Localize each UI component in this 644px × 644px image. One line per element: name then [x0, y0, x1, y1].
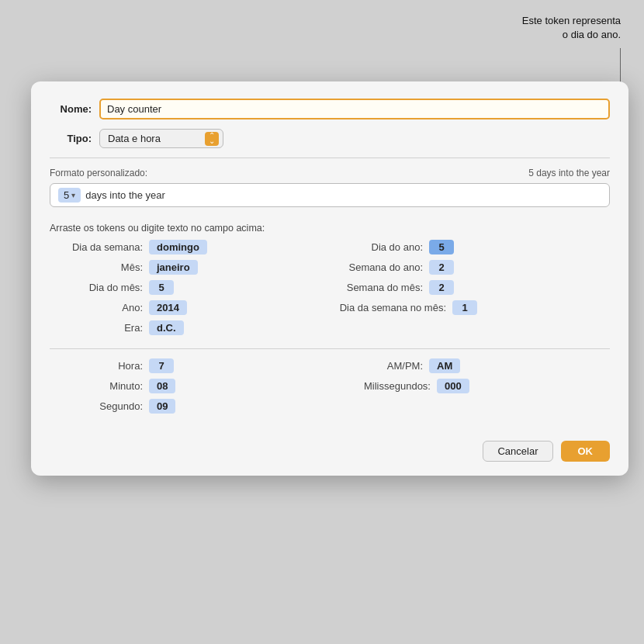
tokens-time-section: Hora: 7 Minuto: 08 Segundo: 09 AM/PM: AM: [50, 358, 610, 419]
token-row-dia-semana: Dia da semana: domingo: [50, 240, 330, 254]
token-row-hora: Hora: 7: [50, 358, 330, 373]
section-divider: [50, 348, 610, 349]
tipo-row: Tipo: Data e hora Data Hora: [50, 129, 610, 148]
dia-semana-label: Dia da semana:: [50, 241, 143, 253]
token-row-semana-ano: Semana do ano: 2: [330, 260, 610, 275]
dia-mes-value[interactable]: 5: [149, 280, 174, 295]
token-row-mes: Mês: janeiro: [50, 260, 330, 275]
token-row-segundo: Segundo: 09: [50, 399, 330, 414]
segundo-label: Segundo:: [50, 400, 143, 412]
ampm-label: AM/PM:: [330, 360, 423, 372]
drag-hint: Arraste os tokens ou digite texto no cam…: [50, 223, 610, 234]
tokens-date-left-col: Dia da semana: domingo Mês: janeiro Dia …: [50, 240, 330, 341]
formato-bar[interactable]: 5 ▾ days into the year: [50, 183, 610, 207]
tokens-time-right-col: AM/PM: AM Milissegundos: 000: [330, 358, 610, 419]
tokens-date-right-col: Dia do ano: 5 Semana do ano: 2 Semana do…: [330, 240, 610, 341]
semana-mes-value[interactable]: 2: [429, 280, 454, 295]
ok-button[interactable]: OK: [561, 441, 611, 462]
nome-label: Nome:: [50, 103, 92, 115]
tooltip-text: Este token representa o dia do ano.: [522, 14, 621, 42]
tooltip-line1: Este token representa: [522, 15, 621, 26]
nome-input[interactable]: [99, 99, 610, 119]
ano-label: Ano:: [50, 302, 143, 313]
token-row-dia-ano: Dia do ano: 5: [330, 240, 610, 254]
cancel-button[interactable]: Cancelar: [483, 441, 552, 462]
formato-chip-text: days into the year: [85, 189, 165, 201]
mes-label: Mês:: [50, 261, 143, 273]
dia-semana-value[interactable]: domingo: [149, 240, 207, 254]
mes-value[interactable]: janeiro: [149, 260, 198, 275]
tooltip-line2: o dia do ano.: [563, 29, 621, 40]
formato-header: Formato personalizado: 5 days into the y…: [50, 168, 610, 178]
milissegundos-value[interactable]: 000: [437, 379, 469, 393]
tokens-time-left-col: Hora: 7 Minuto: 08 Segundo: 09: [50, 358, 330, 419]
formato-section: Formato personalizado: 5 days into the y…: [50, 168, 610, 215]
dia-mes-label: Dia do mês:: [50, 282, 143, 293]
chip-arrow-icon: ▾: [71, 191, 75, 199]
token-row-ano: Ano: 2014: [50, 300, 330, 315]
minuto-value[interactable]: 08: [149, 379, 175, 393]
semana-ano-label: Semana do ano:: [330, 261, 423, 273]
dia-semana-mes-label: Dia da semana no mês:: [330, 302, 446, 313]
era-value[interactable]: d.C.: [149, 320, 184, 335]
dia-semana-mes-value[interactable]: 1: [452, 300, 477, 315]
token-row-semana-mes: Semana do mês: 2: [330, 280, 610, 295]
token-row-dia-mes: Dia do mês: 5: [50, 280, 330, 295]
dia-ano-label: Dia do ano:: [330, 241, 423, 253]
era-label: Era:: [50, 322, 143, 334]
divider-1: [50, 158, 610, 158]
dialog: Nome: Tipo: Data e hora Data Hora Format…: [31, 81, 628, 476]
milissegundos-label: Milissegundos:: [330, 380, 431, 392]
semana-ano-value[interactable]: 2: [429, 260, 454, 275]
tipo-select[interactable]: Data e hora Data Hora: [99, 129, 223, 148]
semana-mes-label: Semana do mês:: [330, 282, 423, 293]
segundo-value[interactable]: 09: [149, 399, 175, 414]
chip-value: 5: [64, 189, 69, 201]
token-row-minuto: Minuto: 08: [50, 379, 330, 393]
hora-label: Hora:: [50, 360, 143, 372]
token-row-era: Era: d.C.: [50, 320, 330, 335]
ano-value[interactable]: 2014: [149, 300, 187, 315]
token-row-dia-semana-mes: Dia da semana no mês: 1: [330, 300, 610, 315]
formato-chip[interactable]: 5 ▾: [58, 188, 81, 203]
token-row-ampm: AM/PM: AM: [330, 358, 610, 373]
tipo-select-wrap: Data e hora Data Hora: [99, 129, 223, 148]
minuto-label: Minuto:: [50, 380, 143, 392]
formato-label: Formato personalizado:: [50, 168, 147, 178]
formato-preview: 5 days into the year: [528, 168, 610, 178]
hora-value[interactable]: 7: [149, 358, 174, 373]
dia-ano-value[interactable]: 5: [429, 240, 454, 254]
ampm-value[interactable]: AM: [429, 358, 460, 373]
nome-row: Nome:: [50, 99, 610, 119]
footer-buttons: Cancelar OK: [31, 433, 628, 476]
token-row-milissegundos: Milissegundos: 000: [330, 379, 610, 393]
tipo-label: Tipo:: [50, 133, 92, 144]
tokens-date-section: Dia da semana: domingo Mês: janeiro Dia …: [50, 240, 610, 341]
